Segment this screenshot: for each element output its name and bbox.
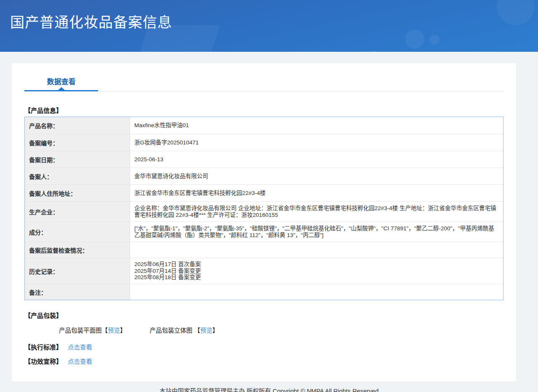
row-value: 金华市黛恩诗化妆品有限公司: [130, 168, 503, 184]
table-row-history: 历史记录： 2025年06月17日 首次备案 2025年07月14日 备案变更 …: [25, 258, 503, 284]
row-label: 备案后监督检查情况：: [25, 242, 130, 258]
standards-heading: 【执行标准】: [24, 342, 62, 351]
table-row-registrant-address: 备案人住所地址： 浙江省金华市金东区曹宅镇曹宅科技孵化园22#3-4楼: [25, 184, 503, 201]
page-footer: 本站由国家药品监督管理局主办 版权所有 Copyright © NMPA All…: [0, 381, 538, 392]
header-decoration-circle: [405, 29, 424, 49]
efficacy-heading: 【功效宣称】: [24, 357, 62, 365]
footer-copyright-text: 本站由国家药品监督管理局主办 版权所有 Copyright © NMPA All…: [160, 388, 378, 392]
row-label: 备案人：: [25, 168, 130, 184]
table-row-product-name: 产品名称： Maxfine水性指甲油01: [25, 117, 503, 134]
table-row-supervision-check: 备案后监督检查情况：: [25, 242, 503, 258]
row-value: 2025-06-13: [130, 151, 503, 168]
packaging-heading: 【产品包装】: [24, 311, 503, 320]
table-row-ingredients: 成分： ["水"，"聚氨酯-1"，"聚氨酯-2"，"聚氨酯-35"，"硅酸镁锂"…: [25, 221, 503, 242]
standards-line: 【执行标准】 点击查看: [24, 342, 503, 351]
efficacy-line: 【功效宣称】 点击查看: [24, 357, 503, 365]
table-row-manufacturer: 生产企业： 企业名称：金华市黛恩诗化妆品有限公司 企业地址：浙江省金华市金东区曹…: [25, 201, 503, 221]
page-title: 国产普通化妆品备案信息: [10, 11, 172, 32]
table-row-record-date: 备案日期： 2025-06-13: [25, 151, 503, 168]
product-info-table: 产品名称： Maxfine水性指甲油01 备案编号： 浙G妆网备字2025010…: [24, 117, 503, 300]
packaging-3d-image-preview-link[interactable]: 预览: [200, 327, 213, 334]
content-card: 数据查看 【产品信息】 产品名称： Maxfine水性指甲油01 备案编号： 浙…: [12, 63, 516, 381]
row-value: [130, 242, 503, 258]
row-value: 浙G妆网备字2025010471: [130, 134, 503, 151]
header-decoration-circle: [497, 0, 535, 25]
row-label: 备案人住所地址：: [25, 185, 130, 201]
packaging-flat-image-item: 产品包装平面图【预览】: [59, 327, 128, 334]
row-label: 历史记录：: [25, 258, 130, 284]
row-label: 成分：: [25, 222, 130, 242]
row-value: [130, 284, 503, 300]
header-decoration-circle: [429, 35, 439, 45]
row-value: 浙江省金华市金东区曹宅镇曹宅科技孵化园22#3-4楼: [130, 185, 503, 201]
tab-bar: 数据查看: [24, 76, 503, 91]
packaging-row: 产品包装平面图【预览】 产品包装立体图 【预览】: [24, 325, 503, 334]
packaging-3d-image-item: 产品包装立体图 【预览】: [150, 327, 219, 334]
table-row-remarks: 备注：: [25, 284, 503, 300]
row-label: 备案日期：: [25, 151, 130, 168]
header-decoration-shape: [286, 50, 387, 52]
page-header: 国产普通化妆品备案信息: [0, 0, 538, 52]
tab-data-view[interactable]: 数据查看: [24, 76, 98, 91]
tab-active-underline: [24, 90, 98, 91]
bracket-close: 】: [120, 327, 126, 334]
efficacy-view-link[interactable]: 点击查看: [68, 357, 92, 365]
row-value: 企业名称：金华市黛恩诗化妆品有限公司 企业地址：浙江省金华市金东区曹宅镇曹宅科技…: [130, 202, 503, 221]
tab-data-view-label: 数据查看: [47, 78, 76, 86]
table-row-record-number: 备案编号： 浙G妆网备字2025010471: [25, 134, 503, 151]
bracket-close: 】: [213, 327, 219, 334]
row-value: Maxfine水性指甲油01: [130, 117, 503, 134]
row-value: 2025年06月17日 首次备案 2025年07月14日 备案变更 2025年0…: [130, 258, 503, 284]
product-info-heading: 【产品信息】: [24, 106, 503, 115]
packaging-flat-image-label: 产品包装平面图: [59, 327, 102, 334]
row-label: 生产企业：: [25, 202, 130, 221]
row-label: 产品名称：: [25, 117, 130, 134]
row-value: ["水"，"聚氨酯-1"，"聚氨酯-2"，"聚氨酯-35"，"硅酸镁锂"，"二甲…: [130, 222, 503, 242]
table-row-registrant: 备案人： 金华市黛恩诗化妆品有限公司: [25, 168, 503, 184]
bracket-open: 【: [194, 327, 200, 334]
standards-view-link[interactable]: 点击查看: [68, 342, 92, 351]
row-label: 备注：: [25, 284, 130, 300]
bracket-open: 【: [102, 327, 108, 334]
packaging-3d-image-label: 产品包装立体图: [150, 327, 194, 334]
packaging-flat-image-preview-link[interactable]: 预览: [108, 327, 120, 334]
row-label: 备案编号：: [25, 134, 130, 151]
